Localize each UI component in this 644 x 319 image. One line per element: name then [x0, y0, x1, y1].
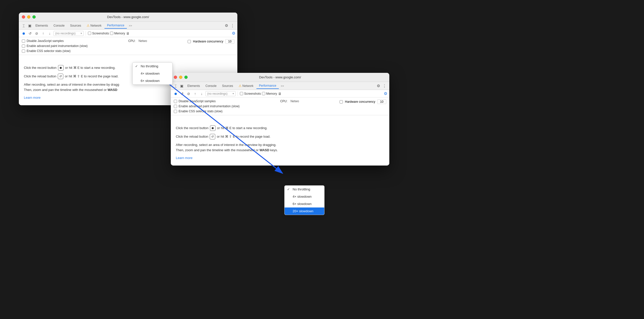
cursor-icon-front[interactable]: ⌶ [173, 83, 178, 89]
minimize-button-back[interactable] [27, 15, 30, 19]
tab-more-front[interactable]: >> [279, 83, 286, 88]
cpu-throttle-dropdown-back: No throttling 4× slowdown 6× slowdown [132, 62, 173, 85]
settings-gear-front[interactable]: ⚙ [376, 83, 381, 89]
tab-performance-back[interactable]: Performance [104, 23, 127, 29]
advanced-paint-checkbox-back[interactable] [22, 44, 25, 48]
toolbar-back: ⏺ ↺ ⊘ ↑ ↓ (no recordings) ▾ Screenshots … [19, 30, 237, 37]
no-throttling-option-back[interactable]: No throttling [133, 63, 172, 70]
hardware-concurrency-checkbox-front[interactable] [340, 100, 343, 103]
dropdown-arrow: ▾ [81, 32, 82, 35]
css-selector-checkbox-front[interactable] [174, 110, 177, 113]
reload-icon-front: ↺ [210, 134, 215, 139]
learn-more-link-front[interactable]: Learn more [176, 156, 384, 160]
tab-elements-front[interactable]: Elements [185, 83, 202, 89]
disable-js-check-back[interactable]: Disable JavaScript samples [22, 39, 88, 43]
upload-button-back[interactable]: ↑ [40, 31, 46, 36]
tab-more-back[interactable]: >> [127, 23, 134, 28]
screenshots-checkbox-front[interactable] [240, 92, 243, 95]
tab-network-back[interactable]: ⚠ Network [84, 23, 104, 28]
settings-left-back: Disable JavaScript samples Enable advanc… [22, 39, 88, 53]
layers-icon-front[interactable]: ▣ [179, 83, 184, 89]
memory-checkbox-back[interactable] [110, 32, 113, 35]
tab-performance-front[interactable]: Performance [256, 83, 279, 89]
disable-js-check-front[interactable]: Disable JavaScript samples [174, 99, 240, 103]
no-throttling-option-front[interactable]: No throttling [285, 186, 324, 193]
dropdown-arrow-front: ▾ [233, 92, 234, 95]
settings-panel-back: Disable JavaScript samples Enable advanc… [19, 37, 237, 55]
tab-elements-back[interactable]: Elements [33, 23, 50, 28]
recordings-dropdown-front[interactable]: (no recordings) ▾ [205, 91, 236, 96]
download-button-front[interactable]: ↓ [199, 91, 204, 96]
tab-console-back[interactable]: Console [51, 23, 67, 28]
6x-slowdown-option-front[interactable]: 6× slowdown [285, 200, 324, 207]
record-button-front[interactable]: ⏺ [173, 91, 178, 96]
screenshots-checkbox-back[interactable] [88, 32, 91, 35]
hardware-row-back: Hardware concurrency [188, 39, 234, 44]
traffic-lights-front [174, 76, 188, 79]
css-selector-checkbox-back[interactable] [22, 49, 25, 53]
instructions-front: Click the record button ⏺ or hit ⌘ E to … [176, 125, 384, 160]
warning-icon-front: ⚠ [239, 84, 242, 88]
cpu-row-front: CPU: [280, 99, 288, 103]
advanced-paint-check-back[interactable]: Enable advanced paint instrumentation (s… [22, 44, 88, 48]
gear-blue-back[interactable]: ⚙ [232, 31, 235, 36]
reload-button-back[interactable]: ↺ [27, 31, 33, 36]
screenshots-check-back[interactable]: Screenshots [88, 32, 109, 35]
4x-slowdown-option-front[interactable]: 4× slowdown [285, 193, 324, 200]
upload-button-front[interactable]: ↑ [192, 91, 198, 96]
main-content-front: Click the record button ⏺ or hit ⌘ E to … [171, 115, 389, 166]
advanced-paint-check-front[interactable]: Enable advanced paint instrumentation (s… [174, 104, 240, 108]
4x-slowdown-option-back[interactable]: 4× slowdown [133, 70, 172, 77]
tab-network-front[interactable]: ⚠ Network [236, 83, 256, 89]
clear-button-front[interactable]: ⊘ [186, 91, 191, 96]
css-selector-check-front[interactable]: Enable CSS selector stats (slow) [174, 110, 240, 113]
memory-check-front[interactable]: Memory [262, 92, 277, 95]
warning-icon: ⚠ [87, 24, 90, 27]
minimize-button-front[interactable] [179, 76, 182, 79]
disable-js-checkbox-front[interactable] [174, 100, 177, 103]
toolbar-right-back: ⚙ [232, 31, 235, 36]
advanced-paint-checkbox-front[interactable] [174, 105, 177, 108]
tabs-bar-back: ⌶ ▣ Elements Console Sources ⚠ Network P… [19, 22, 237, 30]
memory-check-back[interactable]: Memory [110, 32, 125, 35]
download-button-back[interactable]: ↓ [47, 31, 52, 36]
record-icon-front: ⏺ [210, 125, 216, 131]
concurrency-input-front[interactable] [377, 99, 386, 104]
close-button-back[interactable] [22, 15, 25, 19]
layers-icon[interactable]: ▣ [27, 23, 32, 28]
hardware-row-front: Hardware concurrency [340, 99, 386, 104]
after-instruction-front: After recording, select an area of inter… [176, 142, 384, 153]
6x-slowdown-option-back[interactable]: 6× slowdown [133, 77, 172, 84]
tab-sources-front[interactable]: Sources [220, 83, 236, 89]
record-instruction-back: Click the record button ⏺ or hit ⌘ E to … [24, 65, 232, 71]
settings-right-front: CPU: Netwo [280, 99, 299, 103]
clear-button-back[interactable]: ⊘ [34, 31, 39, 36]
settings-right-back: CPU: Netwo [128, 39, 147, 43]
title-bar-front: DevTools - www.google.com/ [171, 73, 389, 82]
close-button-front[interactable] [174, 76, 177, 79]
window-title-front: DevTools - www.google.com/ [174, 75, 386, 79]
gear-blue-front[interactable]: ⚙ [384, 91, 387, 96]
record-button-back[interactable]: ⏺ [21, 31, 26, 36]
separator-1-back [86, 31, 86, 36]
more-menu-back[interactable]: ⋮ [230, 22, 235, 29]
tab-sources-back[interactable]: Sources [68, 23, 84, 28]
more-menu-front[interactable]: ⋮ [382, 83, 387, 89]
disable-js-checkbox-back[interactable] [22, 39, 25, 43]
memory-checkbox-front[interactable] [262, 92, 265, 95]
cpu-display-icon-front: 🖥 [278, 92, 282, 96]
screenshots-check-front[interactable]: Screenshots [240, 92, 261, 95]
tab-console-front[interactable]: Console [203, 83, 219, 89]
20x-slowdown-option-front[interactable]: 20× slowdown [285, 207, 324, 215]
settings-gear-back[interactable]: ⚙ [224, 22, 229, 29]
hardware-concurrency-checkbox-back[interactable] [188, 40, 191, 43]
css-selector-check-back[interactable]: Enable CSS selector stats (slow) [22, 49, 88, 53]
concurrency-input-back[interactable] [225, 39, 234, 44]
recordings-dropdown-back[interactable]: (no recordings) ▾ [53, 31, 84, 36]
network-row-front: Netwo [290, 99, 299, 103]
reload-button-front[interactable]: ↺ [179, 91, 185, 96]
reload-instruction-front: Click the reload button ↺ or hit ⌘ ⇧ E t… [176, 134, 384, 139]
maximize-button-back[interactable] [32, 15, 36, 19]
maximize-button-front[interactable] [184, 76, 188, 79]
cursor-icon[interactable]: ⌶ [21, 23, 26, 28]
